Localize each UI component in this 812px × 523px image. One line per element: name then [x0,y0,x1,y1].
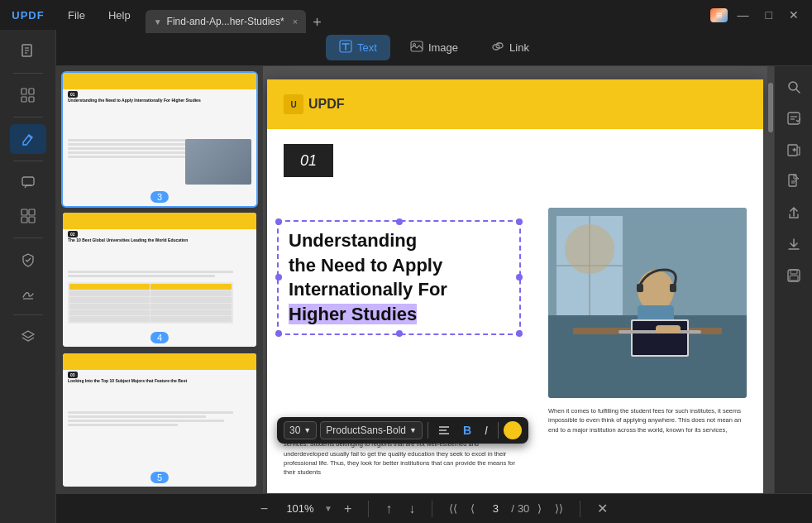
scroll-up-button[interactable]: ↑ [380,498,397,520]
text-color-button[interactable] [504,421,522,439]
text-selection-box[interactable]: Understanding the Need to Apply Internat… [277,220,521,335]
rs-extract-icon[interactable] [780,136,808,164]
maximize-button[interactable]: □ [759,5,779,25]
thumb-yellow-bar-3 [63,73,256,89]
close-bottom-button[interactable]: ✕ [592,497,613,520]
current-page-input[interactable] [483,502,508,515]
sidebar-comment-icon[interactable] [10,168,46,198]
svg-rect-10 [21,209,27,215]
rs-search-icon[interactable] [780,73,808,101]
zoom-in-button[interactable]: + [339,498,356,520]
sidebar-edit-icon[interactable] [10,124,46,154]
selection-handle-br[interactable] [516,330,523,337]
sidebar-protect-icon[interactable] [10,245,46,275]
scrollbar-thumb[interactable] [768,83,773,132]
rs-save-icon[interactable] [780,262,808,290]
thumbnail-page-5[interactable]: 03 Looking Into the Top 10 Subject Major… [63,353,256,487]
tab-close-button[interactable]: × [293,17,298,26]
selection-handle-bl[interactable] [275,330,282,337]
selection-handle-tl[interactable] [275,218,282,225]
svg-rect-46 [791,270,797,274]
first-page-button[interactable]: ⟨⟨ [444,499,462,518]
edit-toolbar: Text Image [56,30,812,66]
thumb-table-4 [68,271,251,324]
menu-bar: File Help [56,0,142,30]
zoom-value: 101% [279,502,321,515]
align-button[interactable] [433,421,455,439]
wave-feature-icon[interactable]: ≋ [710,8,728,22]
font-family-name: ProductSans-Bold [326,425,406,436]
tab-title: Find-and-Ap...her-Studies* [167,16,284,27]
bold-button[interactable]: B [458,420,476,440]
pdf-logo-text: UPDF [308,97,345,112]
zoom-controls: 101% ▼ [279,502,332,515]
rs-file-icon[interactable] [780,167,808,195]
selection-handle-bm[interactable] [396,330,403,337]
heading-line1: Understanding the Need to Apply Internat… [289,228,509,327]
close-window-button[interactable]: ✕ [782,5,805,25]
minimize-button[interactable]: — [731,5,756,25]
selection-handle-ml[interactable] [275,274,282,281]
vertical-scrollbar[interactable] [767,66,774,493]
rs-share-icon[interactable] [780,199,808,227]
font-family-select[interactable]: ProductSans-Bold ▼ [320,421,423,439]
content-area: 01 Understanding the Need to Apply Inter… [56,66,812,493]
link-tool-button[interactable]: Link [478,35,542,60]
img-simulation [548,208,747,398]
title-bar: UPDF File Help ▼ Find-and-Ap...her-Studi… [0,0,812,30]
pdf-top-bar: U UPDF [267,79,763,129]
thumbnail-page-4[interactable]: 02 The 10 Best Global Universities Leadi… [63,213,256,346]
window-controls: ≋ — □ ✕ [710,5,812,25]
next-page-button[interactable]: ⟩ [533,499,547,518]
file-menu[interactable]: File [56,0,97,30]
selection-handle-tm[interactable] [396,218,403,225]
sidebar-divider-3 [13,161,43,161]
font-size-arrow: ▼ [303,426,311,434]
sidebar-layers-icon[interactable] [10,322,46,352]
sidebar-organize-icon[interactable] [10,201,46,231]
selection-handle-tr[interactable] [516,218,523,225]
pdf-viewer[interactable]: U UPDF 01 [263,66,767,493]
ft-separator-1 [427,422,428,439]
thumb-page-num-5: 5 [150,472,169,483]
thumbnail-panel: 01 Understanding the Need to Apply Inter… [56,66,263,493]
thumb-title-3: Understanding the Need to Apply Internat… [68,98,251,103]
italic-button[interactable]: I [480,420,493,440]
main-layout: Text Image [0,30,812,523]
pdf-side-image [548,208,747,398]
text-tool-button[interactable]: Text [326,35,390,60]
heading-text-block: Understanding the Need to Apply Internat… [279,222,519,333]
thumb-side-image-3 [185,139,251,185]
tab-bar: ▼ Find-and-Ap...her-Studies* × + [142,0,710,30]
selection-handle-mr[interactable] [516,274,523,281]
prev-page-button[interactable]: ⟨ [466,499,480,518]
svg-rect-47 [790,276,798,281]
rs-ocr-icon[interactable] [780,104,808,132]
svg-rect-9 [22,177,34,185]
last-page-button[interactable]: ⟩⟩ [550,499,568,518]
font-size-select[interactable]: 30 ▼ [284,421,317,439]
content-with-toolbar: Text Image [56,30,812,523]
total-pages: 30 [518,502,529,515]
new-tab-button[interactable]: + [306,14,328,31]
sidebar-sign-icon[interactable] [10,278,46,308]
zoom-out-button[interactable]: − [256,498,273,520]
help-menu[interactable]: Help [97,0,142,30]
left-sidebar [0,30,56,523]
svg-rect-26 [637,284,643,292]
bb-separator-2 [432,501,432,517]
thumbnail-page-3[interactable]: 01 Understanding the Need to Apply Inter… [63,73,256,206]
svg-rect-27 [670,284,676,292]
person-svg [548,208,747,398]
rs-download-icon[interactable] [780,230,808,258]
scroll-down-button[interactable]: ↓ [404,498,420,520]
tab-dropdown-icon[interactable]: ▼ [154,17,162,26]
thumb-badge-4: 02 [68,231,78,238]
image-tool-button[interactable]: Image [397,35,471,60]
sidebar-document-icon[interactable] [10,36,46,66]
zoom-dropdown-arrow[interactable]: ▼ [324,504,332,513]
active-tab[interactable]: ▼ Find-and-Ap...her-Studies* × [146,10,306,33]
image-tool-label: Image [428,41,458,54]
link-tool-label: Link [509,41,529,54]
sidebar-thumbnail-icon[interactable] [10,80,46,110]
